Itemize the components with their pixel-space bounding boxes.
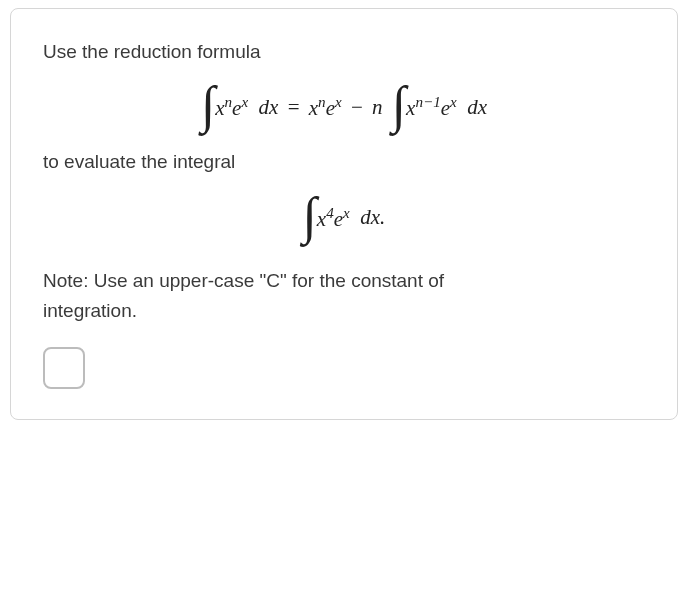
note-line-1: Note: Use an upper-case "C" for the cons…: [43, 266, 645, 296]
reduction-formula: ∫xnex dx = xnex − n ∫xn−1ex dx: [43, 73, 645, 141]
note-line-2: integration.: [43, 296, 645, 326]
intro-text: Use the reduction formula: [43, 37, 645, 67]
target-integral: ∫x4ex dx.: [43, 184, 645, 252]
answer-input[interactable]: [43, 347, 85, 389]
question-card: Use the reduction formula ∫xnex dx = xne…: [10, 8, 678, 420]
mid-text: to evaluate the integral: [43, 147, 645, 177]
